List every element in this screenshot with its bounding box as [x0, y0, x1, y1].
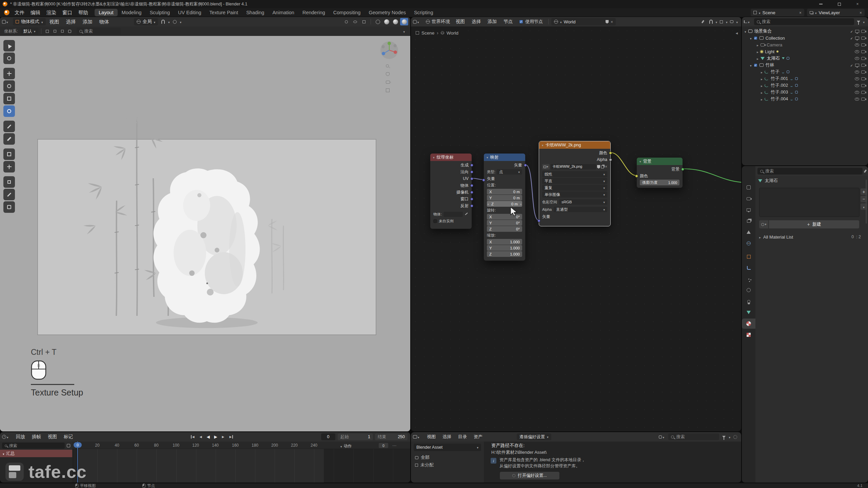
- toggle-option-1[interactable]: [44, 28, 51, 35]
- outliner-row-collection[interactable]: Collection: [742, 35, 868, 41]
- properties-editor[interactable]: 搜索 太湖石 新建 All Material List 0 : 2: [742, 166, 868, 483]
- unlink-image-icon[interactable]: [605, 164, 607, 169]
- socket-vector-in[interactable]: [482, 179, 485, 182]
- world-datablock-field[interactable]: World: [551, 18, 616, 25]
- image-browse-button[interactable]: [542, 164, 550, 169]
- hide-icon[interactable]: [855, 84, 859, 87]
- viewport-3d[interactable]: 物体模式 视图 选择 添加 物体 全局 坐标系: 默认: [0, 17, 410, 431]
- tab-object[interactable]: [742, 251, 755, 262]
- menu-edit[interactable]: 编辑: [27, 9, 43, 16]
- toggle-option-3[interactable]: [59, 28, 66, 35]
- node-snap-toggle[interactable]: [707, 18, 715, 25]
- socket-generated[interactable]: [470, 164, 473, 167]
- outliner-row-bamboo-collection[interactable]: 竹林: [742, 62, 868, 68]
- unlink-scene-icon[interactable]: [799, 10, 802, 15]
- summary-channel-row[interactable]: 汇总: [0, 450, 72, 457]
- node-editor-type-button[interactable]: [413, 18, 423, 25]
- workspace-tab-texture-paint[interactable]: Texture Paint: [205, 9, 242, 16]
- blender-menu-icon[interactable]: [4, 10, 9, 15]
- workspace-tab-rendering[interactable]: Rendering: [298, 9, 329, 16]
- tool-cursor[interactable]: [3, 53, 15, 64]
- timeline-menu-playback[interactable]: 回放: [13, 434, 28, 440]
- eyedropper-icon[interactable]: [465, 212, 469, 216]
- tab-render[interactable]: [742, 194, 755, 204]
- mode-dropdown[interactable]: 物体模式: [13, 18, 46, 25]
- expand-icon[interactable]: [761, 82, 763, 88]
- asset-browser[interactable]: 视图 选择 目录 资产 遵循偏好设置 搜索 Blender Asset 全部 未…: [411, 432, 741, 483]
- import-method-dropdown[interactable]: 遵循偏好设置: [517, 433, 551, 440]
- viewport-menu-view[interactable]: 视图: [46, 19, 62, 25]
- viewport-menu-add[interactable]: 添加: [80, 19, 96, 25]
- hide-icon[interactable]: [855, 50, 859, 53]
- jump-to-start-button[interactable]: [190, 434, 197, 440]
- workspace-tab-modeling[interactable]: Modeling: [118, 9, 146, 16]
- location-z-field[interactable]: Z0 m: [487, 201, 522, 207]
- material-list-panel[interactable]: All Material List 0 : 2: [759, 233, 861, 241]
- unlink-view-layer-icon[interactable]: [860, 10, 862, 15]
- editor-options-button[interactable]: [728, 18, 735, 25]
- render-visibility-icon[interactable]: [861, 77, 865, 80]
- socket-color-in[interactable]: [635, 175, 638, 178]
- outliner-row-bamboo-5[interactable]: 竹子.004: [742, 96, 868, 102]
- filter-button[interactable]: [720, 433, 728, 440]
- hide-icon[interactable]: [855, 77, 859, 80]
- shader-node-editor[interactable]: 世界环境 视图 选择 添加 节点 使用节点 World Scene W: [411, 17, 741, 431]
- channel-filter-icon[interactable]: [67, 444, 70, 447]
- node-background[interactable]: 背景 背景 颜色 强度/力度1.000: [636, 157, 683, 188]
- hide-icon[interactable]: [855, 91, 859, 94]
- projection-dropdown[interactable]: 平直: [542, 178, 607, 184]
- socket-background-out[interactable]: [681, 168, 684, 171]
- jump-to-end-button[interactable]: [227, 434, 234, 440]
- timeline-menu-keying[interactable]: 插帧: [29, 434, 44, 440]
- close-button[interactable]: [850, 0, 865, 8]
- tool-inset[interactable]: [3, 176, 15, 188]
- outliner-row-camera[interactable]: Camera: [742, 41, 868, 48]
- material-slot-list[interactable]: [759, 188, 860, 217]
- filter-options-chevron[interactable]: [729, 434, 730, 440]
- show-overlays-toggle[interactable]: [351, 18, 359, 25]
- shading-material-button[interactable]: [391, 18, 399, 25]
- workspace-tab-sculpting[interactable]: Sculpting: [145, 9, 174, 16]
- expand-icon[interactable]: [750, 62, 752, 68]
- fake-user-icon[interactable]: [606, 20, 609, 24]
- socket-vector-out[interactable]: [524, 164, 527, 167]
- exclude-icon[interactable]: [850, 35, 853, 41]
- socket-window[interactable]: [470, 198, 473, 201]
- expand-icon[interactable]: [757, 55, 758, 61]
- asset-menu-catalog[interactable]: 目录: [455, 434, 470, 440]
- display-settings-button[interactable]: [659, 433, 668, 440]
- xray-toggle[interactable]: [360, 18, 368, 25]
- source-dropdown[interactable]: 单张图像: [542, 191, 607, 198]
- type-dropdown[interactable]: 点: [497, 169, 522, 175]
- viewport-canvas[interactable]: Ctrl + T Texture Setup: [0, 36, 410, 431]
- scale-x-field[interactable]: X1.000: [487, 239, 522, 245]
- strength-field[interactable]: 强度/力度1.000: [640, 180, 679, 185]
- asset-search-input[interactable]: 搜索: [668, 433, 719, 440]
- tab-tool[interactable]: [742, 182, 755, 192]
- play-button[interactable]: [212, 434, 219, 440]
- proportional-options-chevron[interactable]: [180, 19, 182, 25]
- exclude-icon[interactable]: [850, 62, 853, 68]
- node-image-texture[interactable]: 卡纸WWW_2k.png 颜色 Alpha 卡纸WWW_2k.png 线性 平直…: [539, 141, 611, 226]
- menu-help[interactable]: 帮助: [75, 9, 91, 16]
- socket-normal[interactable]: [470, 170, 473, 174]
- node-menu-select[interactable]: 选择: [469, 19, 484, 25]
- editor-options-chevron[interactable]: [736, 19, 738, 25]
- fake-user-icon[interactable]: [597, 165, 600, 169]
- alpha-dropdown[interactable]: 直通型: [554, 207, 607, 212]
- render-visibility-icon[interactable]: [861, 30, 865, 33]
- collapse-chevron[interactable]: [487, 155, 488, 160]
- menu-file[interactable]: 文件: [12, 9, 27, 16]
- maximize-button[interactable]: [831, 0, 847, 8]
- render-visibility-icon[interactable]: [861, 64, 865, 67]
- outliner-filter-button[interactable]: [855, 18, 862, 25]
- screen-visibility-icon[interactable]: [855, 37, 859, 40]
- snap-toggle[interactable]: [159, 18, 167, 25]
- socket-vector-in[interactable]: [537, 219, 540, 222]
- viewport-menu-select[interactable]: 选择: [63, 19, 79, 25]
- tab-texture[interactable]: [742, 330, 755, 340]
- action-channel-overlay[interactable]: 动作: [340, 443, 352, 449]
- view-layer-selector[interactable]: ViewLayer: [807, 9, 865, 16]
- socket-color-out[interactable]: [609, 151, 612, 155]
- workspace-tab-geometry-nodes[interactable]: Geometry Nodes: [364, 9, 410, 16]
